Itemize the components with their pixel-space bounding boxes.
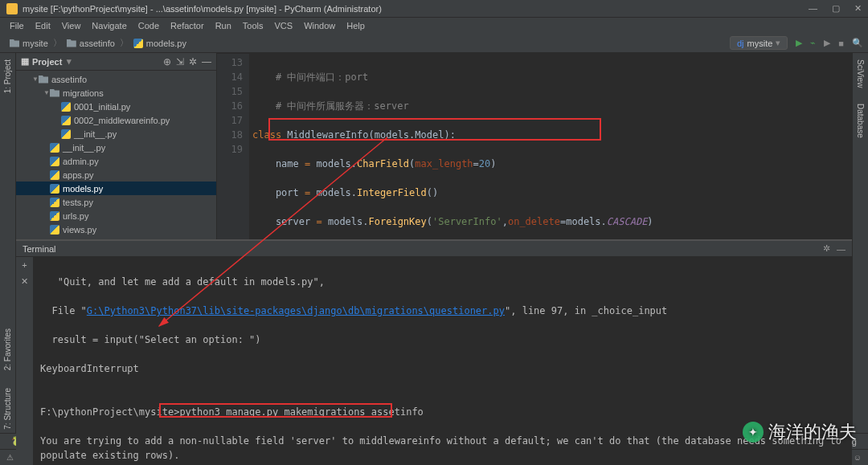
- terminal-output[interactable]: "Quit, and let me add a default in model…: [34, 257, 852, 465]
- tree-item[interactable]: apps.py: [16, 168, 216, 182]
- right-toolwindow-bar: SciView Database: [852, 53, 868, 433]
- project-tree[interactable]: ▼assetinfo▼migrations0001_initial.py0002…: [16, 71, 216, 239]
- tree-item[interactable]: ▼assetinfo: [16, 72, 216, 86]
- menu-run[interactable]: Run: [211, 19, 236, 32]
- python-file-icon: [61, 129, 71, 139]
- tree-item[interactable]: urls.py: [16, 209, 216, 222]
- python-file-icon: [50, 211, 59, 221]
- hide-icon[interactable]: —: [202, 56, 211, 67]
- favorites-tool-button[interactable]: 2: Favorites: [2, 325, 13, 373]
- minimize-icon[interactable]: —: [809, 3, 817, 14]
- scroll-from-source-icon[interactable]: ⊕: [163, 56, 171, 67]
- maximize-icon[interactable]: ▢: [832, 3, 840, 14]
- python-file-icon: [61, 116, 71, 125]
- project-tool-button[interactable]: 1: Project: [2, 56, 13, 96]
- menu-file[interactable]: File: [5, 19, 29, 32]
- menu-vcs[interactable]: VCS: [270, 19, 298, 32]
- python-file-icon: [50, 170, 59, 180]
- debug-icon[interactable]: ⌁: [810, 38, 816, 48]
- navbar: mysite 〉 assetinfo 〉 models.py dj mysite…: [0, 34, 868, 53]
- menu-tools[interactable]: Tools: [238, 19, 268, 32]
- left-toolwindow-bar: 1: Project 2: Favorites 7: Structure: [0, 53, 16, 433]
- wechat-icon: ✦: [743, 422, 764, 443]
- new-session-icon[interactable]: +: [22, 260, 27, 270]
- highlight-box-cmd: [159, 403, 392, 418]
- structure-tool-button[interactable]: 7: Structure: [2, 385, 13, 433]
- hector-icon[interactable]: ☺: [854, 453, 862, 462]
- terminal-hide-icon[interactable]: —: [837, 244, 845, 254]
- titlebar: mysite [F:\pythonProject\mysite] - ...\a…: [0, 0, 868, 18]
- terminal-title: Terminal: [23, 244, 817, 254]
- python-file-icon: [50, 184, 59, 194]
- terminal-side-toolbar: + ✕: [16, 257, 34, 465]
- database-tool-button[interactable]: Database: [855, 100, 866, 141]
- tree-item[interactable]: 0002_middlewareinfo.py: [16, 113, 216, 127]
- collapse-all-icon[interactable]: ⇲: [176, 56, 184, 67]
- tree-item[interactable]: models.py: [16, 182, 216, 195]
- close-icon[interactable]: ✕: [854, 3, 862, 14]
- project-title: Project: [32, 57, 62, 67]
- menu-refactor[interactable]: Refactor: [166, 19, 209, 32]
- python-file-icon: [50, 225, 59, 235]
- menu-window[interactable]: Window: [299, 19, 340, 32]
- python-file-icon: [61, 102, 71, 112]
- highlight-box-code: [268, 118, 601, 141]
- run-icon[interactable]: ▶: [796, 38, 802, 48]
- menu-navigate[interactable]: Navigate: [87, 19, 131, 32]
- search-icon[interactable]: 🔍: [852, 38, 863, 48]
- run-config-selector[interactable]: dj mysite ▾: [730, 36, 788, 50]
- tree-item[interactable]: __init__.py: [16, 127, 216, 141]
- project-panel: ▦Project▾ ⊕ ⇲ ✲ — ▼assetinfo▼migrations0…: [16, 53, 217, 239]
- close-session-icon[interactable]: ✕: [21, 276, 28, 287]
- terminal-settings-icon[interactable]: ✲: [823, 243, 830, 254]
- tree-item[interactable]: views.py: [16, 222, 216, 236]
- folder-icon: [67, 39, 76, 47]
- folder-icon: [39, 75, 48, 84]
- menu-code[interactable]: Code: [133, 19, 164, 32]
- window-title: mysite [F:\pythonProject\mysite] - ...\a…: [23, 4, 809, 14]
- python-file-icon: [133, 39, 143, 48]
- app-icon: [6, 3, 18, 14]
- folder-icon: [10, 39, 19, 47]
- python-file-icon: [50, 157, 59, 166]
- menubar: File Edit View Navigate Code Refactor Ru…: [0, 18, 868, 34]
- tree-item[interactable]: tests.py: [16, 195, 216, 209]
- tree-item[interactable]: __init__.py: [16, 141, 216, 154]
- menu-help[interactable]: Help: [342, 19, 370, 32]
- python-file-icon: [50, 143, 59, 153]
- tree-item[interactable]: ▼migrations: [16, 86, 216, 100]
- stop-icon[interactable]: ■: [838, 39, 844, 48]
- tree-item[interactable]: 0001_initial.py: [16, 100, 216, 113]
- coverage-icon[interactable]: ▶: [824, 38, 830, 48]
- breadcrumb[interactable]: mysite 〉 assetinfo 〉 models.py: [5, 37, 191, 49]
- python-file-icon: [50, 198, 59, 207]
- settings-icon[interactable]: ✲: [189, 56, 197, 67]
- tree-item[interactable]: admin.py: [16, 154, 216, 168]
- menu-edit[interactable]: Edit: [31, 19, 55, 32]
- sciview-tool-button[interactable]: SciView: [855, 56, 866, 91]
- watermark: ✦ 海洋的渔夫: [743, 420, 857, 444]
- folder-icon: [50, 89, 59, 97]
- status-warning-icon: ⚠: [6, 453, 14, 462]
- menu-view[interactable]: View: [57, 19, 86, 32]
